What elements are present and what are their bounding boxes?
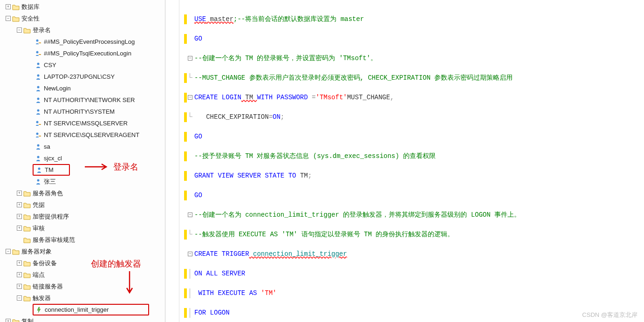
svg-point-8	[37, 109, 40, 111]
expand-icon[interactable]: +	[17, 202, 22, 207]
tree-login-item[interactable]: NT SERVICE\MSSQLSERVER	[0, 117, 165, 129]
svg-point-16	[37, 179, 40, 181]
folder-icon	[23, 236, 31, 244]
tree-node-credentials[interactable]: +凭据	[0, 199, 165, 211]
tree-login-item[interactable]: LAPTOP-237UPGNL\CSY	[0, 71, 165, 82]
svg-point-2	[36, 51, 39, 53]
tree-trigger-item[interactable]: connection_limit_trigger	[33, 304, 149, 315]
tree-login-tm[interactable]: TM	[33, 164, 70, 176]
tree-node-endpoints[interactable]: +端点	[0, 269, 165, 281]
svg-point-15	[38, 167, 41, 170]
tree-login-item[interactable]: NT SERVICE\SQLSERVERAGENT	[0, 129, 165, 141]
expand-icon[interactable]: +	[17, 226, 22, 231]
arrow-down-icon	[125, 270, 134, 296]
svg-rect-12	[39, 136, 41, 137]
tree-node-audit-spec[interactable]: 服务器审核规范	[0, 234, 165, 246]
login-icon	[34, 143, 42, 151]
collapse-icon[interactable]: −	[17, 27, 22, 33]
tree-login-item[interactable]: NT AUTHORITY\SYSTEM	[0, 106, 165, 117]
login-icon	[34, 62, 42, 69]
svg-point-0	[36, 39, 39, 41]
svg-point-14	[37, 156, 40, 158]
tree-node-crypto[interactable]: +加密提供程序	[0, 211, 165, 222]
annotation-trigger: 创建的触发器	[91, 258, 141, 269]
tree-login-item[interactable]: sa	[0, 141, 165, 152]
svg-point-4	[37, 62, 40, 65]
arrow-icon	[84, 162, 112, 171]
svg-rect-3	[39, 54, 41, 55]
expand-icon[interactable]: +	[17, 260, 22, 266]
svg-point-5	[37, 74, 40, 76]
tree-login-item[interactable]: sjcx_cl	[0, 152, 165, 164]
tree-node-audit[interactable]: +审核	[0, 222, 165, 234]
tree-node-security[interactable]: −安全性	[0, 13, 165, 24]
folder-icon	[12, 318, 20, 322]
tree-node-linked[interactable]: +链接服务器	[0, 281, 165, 292]
login-icon	[34, 178, 42, 185]
folder-icon	[23, 283, 31, 290]
folder-icon	[12, 15, 20, 22]
login-key-icon	[34, 131, 42, 139]
tree-node-database[interactable]: +数据库	[0, 1, 165, 13]
login-icon	[34, 108, 42, 116]
tree-node-triggers[interactable]: −触发器	[0, 292, 165, 304]
folder-icon	[12, 3, 20, 11]
tree-node-server-roles[interactable]: +服务器角色	[0, 187, 165, 199]
object-explorer-tree[interactable]: +数据库 −安全性 −登录名 ##MS_PolicyEventProcessin…	[0, 0, 165, 322]
folder-icon	[23, 225, 31, 232]
folder-icon	[23, 213, 31, 220]
login-key-icon	[34, 38, 42, 46]
svg-point-9	[36, 121, 39, 123]
tree-node-logins[interactable]: −登录名	[0, 24, 165, 36]
tree-login-item[interactable]: NewLogin	[0, 82, 165, 94]
login-icon	[34, 155, 42, 162]
folder-icon	[23, 271, 31, 279]
tree-node-replication[interactable]: +复制	[0, 315, 165, 322]
tree-login-item[interactable]: ##MS_PolicyEventProcessingLog	[0, 36, 165, 48]
annotation-login: 登录名	[113, 161, 138, 172]
login-key-icon	[34, 120, 42, 127]
expand-icon[interactable]: +	[17, 284, 22, 289]
folder-icon	[23, 190, 31, 197]
svg-rect-1	[39, 42, 41, 43]
folder-icon	[23, 295, 31, 302]
expand-icon[interactable]: +	[17, 272, 22, 277]
collapse-icon[interactable]: −	[6, 16, 11, 21]
editor-gutter	[165, 0, 179, 322]
expand-icon[interactable]: +	[17, 214, 22, 219]
login-icon	[34, 85, 42, 92]
folder-icon	[23, 27, 31, 34]
login-icon	[34, 73, 42, 81]
expand-icon[interactable]: +	[6, 319, 11, 322]
tree-login-item[interactable]: NT AUTHORITY\NETWORK SER	[0, 94, 165, 106]
login-key-icon	[34, 50, 42, 57]
watermark: CSDN @客道京北岸	[582, 311, 637, 319]
sql-editor[interactable]: USE master;--将当前会话的默认数据库设置为 master GO −-…	[179, 0, 644, 322]
svg-point-11	[36, 132, 39, 135]
tree-login-item[interactable]: 张三	[0, 176, 165, 187]
trigger-icon	[35, 306, 43, 314]
tree-node-server-objects[interactable]: −服务器对象	[0, 246, 165, 257]
expand-icon[interactable]: +	[17, 191, 22, 196]
folder-icon	[12, 248, 20, 255]
svg-point-7	[37, 97, 40, 100]
collapse-icon[interactable]: −	[17, 295, 22, 301]
svg-point-6	[37, 86, 40, 88]
login-icon	[35, 166, 43, 174]
collapse-icon[interactable]: −	[6, 249, 11, 254]
svg-point-13	[37, 144, 40, 146]
folder-icon	[23, 260, 31, 267]
tree-login-item[interactable]: ##MS_PolicyTsqlExecutionLogin	[0, 48, 165, 59]
login-icon	[34, 96, 42, 104]
expand-icon[interactable]: +	[6, 4, 11, 9]
svg-rect-10	[39, 124, 41, 125]
tree-login-item[interactable]: CSY	[0, 59, 165, 71]
folder-icon	[23, 201, 31, 209]
